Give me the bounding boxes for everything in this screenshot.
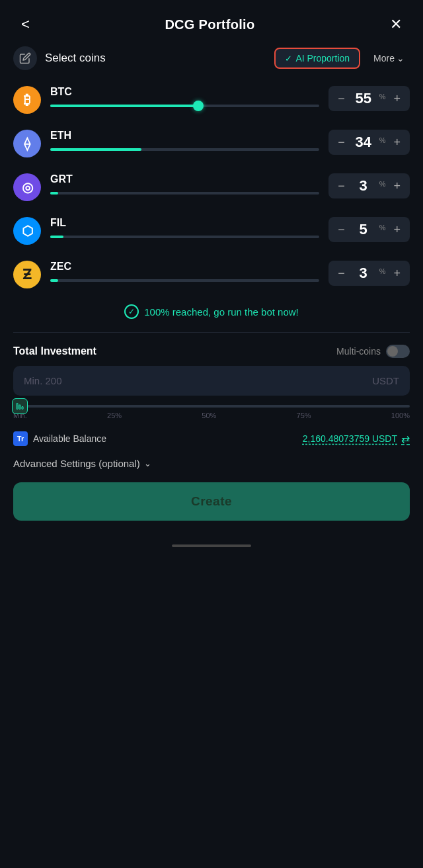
coin-row-zec: Ƶ ZEC − 3 % + bbox=[0, 254, 423, 298]
multi-coins-label: Multi-coins bbox=[336, 346, 381, 357]
edit-icon[interactable] bbox=[13, 46, 37, 70]
zec-content: ZEC bbox=[50, 261, 319, 282]
zec-decrease-button[interactable]: − bbox=[335, 267, 348, 279]
pct-label-50: 50% bbox=[202, 412, 216, 419]
coin-row-grt: ◎ GRT − 3 % + bbox=[0, 167, 423, 210]
investment-title: Total Investment bbox=[13, 345, 96, 357]
advanced-settings-row[interactable]: Advanced Settings (optional) ⌄ bbox=[0, 451, 423, 482]
fil-slider[interactable] bbox=[50, 236, 319, 238]
grt-icon: ◎ bbox=[13, 173, 41, 201]
advanced-settings-label: Advanced Settings (optional) bbox=[13, 458, 140, 469]
zec-label: ZEC bbox=[50, 261, 319, 273]
eth-pct-symbol: % bbox=[379, 136, 386, 144]
investment-header-row: Total Investment Multi-coins bbox=[13, 345, 410, 358]
tr-icon: Tr bbox=[13, 431, 28, 446]
fil-increase-button[interactable]: + bbox=[391, 224, 403, 236]
investment-currency: USDT bbox=[372, 375, 399, 386]
pct-labels: Min. 25% 50% 75% 100% bbox=[13, 412, 410, 419]
back-button[interactable]: < bbox=[16, 13, 35, 36]
investment-placeholder: Min. 200 bbox=[24, 375, 62, 386]
svg-rect-0 bbox=[17, 404, 18, 410]
fil-label: FIL bbox=[50, 217, 319, 229]
fil-pct-symbol: % bbox=[379, 224, 386, 232]
multi-coins-toggle[interactable] bbox=[386, 345, 410, 358]
more-label: More bbox=[373, 53, 395, 64]
fil-value: 5 bbox=[353, 221, 374, 238]
eth-label: ETH bbox=[50, 130, 319, 142]
eth-slider[interactable] bbox=[50, 148, 319, 151]
coin-row-eth: ⟠ ETH − 34 % + bbox=[0, 123, 423, 167]
fil-content: FIL bbox=[50, 217, 319, 238]
pct-label-100: 100% bbox=[391, 412, 410, 419]
svg-rect-2 bbox=[22, 407, 23, 410]
pct-slider-wrap: Min. 25% 50% 75% 100% bbox=[0, 405, 423, 425]
coin-row-fil: ⬡ FIL − 5 % + bbox=[0, 210, 423, 254]
zec-value: 3 bbox=[353, 265, 374, 282]
reached-text: 100% reached, go run the bot now! bbox=[144, 306, 299, 318]
grt-increase-button[interactable]: + bbox=[391, 180, 403, 192]
toolbar: Select coins ✓ AI Proportion More ⌄ bbox=[0, 46, 423, 79]
more-button[interactable]: More ⌄ bbox=[368, 49, 410, 67]
ai-proportion-button[interactable]: ✓ AI Proportion bbox=[274, 48, 360, 69]
eth-value: 34 bbox=[353, 134, 374, 151]
grt-value: 3 bbox=[353, 177, 374, 195]
check-circle-icon: ✓ bbox=[124, 304, 139, 319]
fil-stepper: − 5 % + bbox=[328, 217, 410, 242]
header: < DCG Portfolio ✕ bbox=[0, 0, 423, 46]
chevron-down-icon: ⌄ bbox=[144, 458, 151, 468]
page-title: DCG Portfolio bbox=[165, 17, 254, 32]
svg-rect-1 bbox=[19, 405, 20, 410]
btc-value: 55 bbox=[353, 90, 374, 107]
zec-icon: Ƶ bbox=[13, 261, 41, 288]
grt-slider[interactable] bbox=[50, 192, 319, 195]
coin-row-btc: ₿ BTC − 55 % + bbox=[0, 79, 423, 123]
zec-increase-button[interactable]: + bbox=[391, 267, 403, 279]
select-coins-label: Select coins bbox=[45, 52, 266, 65]
grt-label: GRT bbox=[50, 173, 319, 185]
balance-amount: 2,160.48073759 USDT bbox=[303, 433, 397, 444]
grt-content: GRT bbox=[50, 173, 319, 195]
transfer-icon[interactable]: ⇄ bbox=[401, 433, 410, 445]
balance-label: Available Balance bbox=[33, 433, 106, 444]
eth-icon: ⟠ bbox=[13, 130, 41, 157]
btc-icon: ₿ bbox=[13, 86, 41, 114]
pct-slider-thumb[interactable] bbox=[12, 398, 28, 414]
zec-stepper: − 3 % + bbox=[328, 261, 410, 286]
create-button-wrap: Create bbox=[0, 482, 423, 534]
eth-increase-button[interactable]: + bbox=[391, 136, 403, 148]
investment-section: Total Investment Multi-coins Min. 200 US… bbox=[0, 333, 423, 396]
check-icon: ✓ bbox=[285, 54, 292, 64]
balance-row: Tr Available Balance 2,160.48073759 USDT… bbox=[0, 425, 423, 451]
grt-pct-symbol: % bbox=[379, 180, 386, 188]
ai-proportion-label: AI Proportion bbox=[295, 53, 350, 64]
zec-pct-symbol: % bbox=[379, 267, 386, 275]
toggle-knob bbox=[387, 346, 398, 357]
eth-decrease-button[interactable]: − bbox=[335, 136, 348, 148]
fil-icon: ⬡ bbox=[13, 217, 41, 245]
pct-label-25: 25% bbox=[107, 412, 122, 419]
btc-increase-button[interactable]: + bbox=[391, 93, 403, 105]
balance-value: 2,160.48073759 USDT ⇄ bbox=[303, 433, 410, 445]
btc-slider[interactable] bbox=[50, 105, 319, 107]
zec-slider[interactable] bbox=[50, 279, 319, 282]
pct-label-75: 75% bbox=[297, 412, 311, 419]
fil-decrease-button[interactable]: − bbox=[335, 224, 348, 236]
close-button[interactable]: ✕ bbox=[385, 13, 407, 36]
create-button[interactable]: Create bbox=[13, 482, 410, 521]
grt-decrease-button[interactable]: − bbox=[335, 180, 348, 192]
eth-content: ETH bbox=[50, 130, 319, 151]
investment-input-wrap[interactable]: Min. 200 USDT bbox=[13, 366, 410, 396]
btc-decrease-button[interactable]: − bbox=[335, 93, 348, 105]
pct-slider-track[interactable] bbox=[13, 405, 410, 408]
eth-stepper: − 34 % + bbox=[328, 130, 410, 155]
reached-message-row: ✓ 100% reached, go run the bot now! bbox=[0, 298, 423, 332]
btc-pct-symbol: % bbox=[379, 93, 386, 101]
btc-content: BTC bbox=[50, 86, 319, 107]
home-indicator bbox=[172, 544, 251, 547]
multi-coins-row: Multi-coins bbox=[336, 345, 410, 358]
bottom-bar bbox=[0, 534, 423, 552]
grt-stepper: − 3 % + bbox=[328, 173, 410, 198]
btc-stepper: − 55 % + bbox=[328, 86, 410, 111]
chevron-down-icon: ⌄ bbox=[397, 53, 404, 64]
btc-label: BTC bbox=[50, 86, 319, 98]
